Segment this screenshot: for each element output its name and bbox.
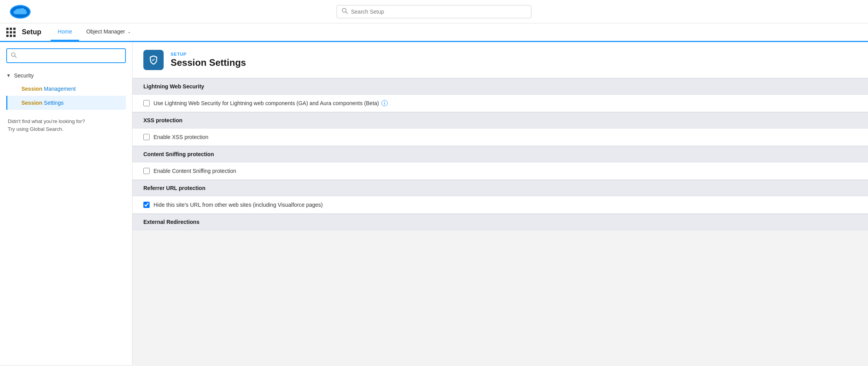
sidebar-item-session-management[interactable]: Session Management [6, 82, 126, 96]
security-section-header[interactable]: ▼ Security [6, 69, 126, 82]
section-body-csp: Enable Content Sniffing protection [132, 162, 868, 180]
tab-object-manager-label: Object Manager [86, 28, 125, 35]
page-title: Session Settings [171, 57, 246, 68]
checkbox-csp[interactable] [143, 168, 150, 174]
section-header-rup: Referrer URL protection [132, 180, 868, 196]
checkbox-row-csp: Enable Content Sniffing protection [143, 168, 857, 174]
section-header-ext: External Redirections [132, 214, 868, 230]
checkbox-rup[interactable] [143, 202, 150, 208]
checkbox-row-lws: Use Lightning Web Security for Lightning… [143, 100, 857, 106]
checkbox-rup-label: Hide this site's URL from other web site… [153, 202, 323, 208]
sidebar-item-rest-2: Settings [42, 100, 64, 106]
page-header: SETUP Session Settings [132, 42, 868, 78]
section-body-rup: Hide this site's URL from other web site… [132, 196, 868, 214]
section-body-xss: Enable XSS protection [132, 128, 868, 146]
caret-down-icon: ▼ [6, 73, 11, 78]
sidebar-item-highlight-1: Session [21, 86, 42, 92]
tab-home-label: Home [58, 28, 72, 35]
section-header-csp: Content Sniffing protection [132, 146, 868, 162]
sidebar-item-session-settings[interactable]: Session Settings [6, 96, 126, 110]
content-area: SETUP Session Settings Lightning Web Sec… [132, 42, 868, 365]
sidebar-item-highlight-2: Session [21, 100, 42, 106]
app-launcher-icon[interactable] [6, 28, 16, 37]
checkbox-lws-label: Use Lightning Web Security for Lightning… [153, 100, 379, 106]
page-header-text: SETUP Session Settings [171, 52, 246, 68]
checkbox-xss[interactable] [143, 134, 150, 140]
checkbox-xss-label: Enable XSS protection [153, 134, 208, 140]
checkbox-row-xss: Enable XSS protection [143, 134, 857, 140]
global-search-icon [342, 8, 348, 16]
svg-line-6 [15, 56, 16, 58]
nav-tabs: Home Object Manager ⌄ [51, 23, 138, 41]
tab-object-manager[interactable]: Object Manager ⌄ [79, 23, 138, 41]
sidebar-search-wrap[interactable]: session [6, 48, 126, 63]
sidebar-search-input[interactable]: session [20, 53, 121, 59]
section-header-xss: XSS protection [132, 112, 868, 128]
checkbox-csp-label: Enable Content Sniffing protection [153, 168, 236, 174]
global-search-wrap[interactable] [337, 5, 531, 18]
info-icon-lws[interactable]: i [381, 100, 388, 106]
nav-bar: Setup Home Object Manager ⌄ [0, 23, 868, 42]
tab-home[interactable]: Home [51, 23, 79, 41]
nav-title: Setup [22, 28, 41, 36]
sidebar: session ▼ Security Session Management Se… [0, 42, 132, 365]
main-layout: session ▼ Security Session Management Se… [0, 42, 868, 365]
global-search-input[interactable] [351, 9, 526, 15]
sidebar-item-rest-1: Management [42, 86, 76, 92]
checkbox-row-rup: Hide this site's URL from other web site… [143, 202, 857, 208]
section-header-lws: Lightning Web Security [132, 78, 868, 95]
chevron-down-icon: ⌄ [127, 29, 131, 34]
checkbox-lws[interactable] [143, 100, 150, 106]
sidebar-help-text: Didn't find what you're looking for?Try … [6, 110, 126, 141]
svg-line-4 [346, 12, 348, 14]
top-bar [0, 0, 868, 23]
sidebar-search-icon [11, 52, 17, 59]
setup-label: SETUP [171, 52, 246, 56]
security-section-label: Security [14, 72, 34, 79]
shield-icon [148, 55, 159, 65]
page-header-icon [143, 50, 164, 70]
section-body-lws: Use Lightning Web Security for Lightning… [132, 95, 868, 112]
settings-content: Lightning Web Security Use Lightning Web… [132, 78, 868, 230]
salesforce-logo [9, 4, 31, 19]
